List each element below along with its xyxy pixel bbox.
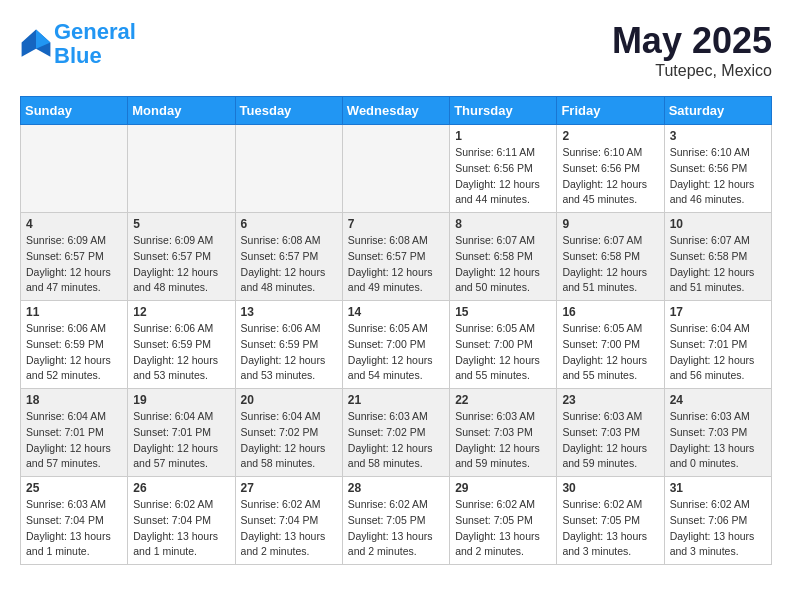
day-number: 7 [348,217,444,231]
day-number: 19 [133,393,229,407]
day-info: Sunrise: 6:08 AM Sunset: 6:57 PM Dayligh… [348,233,444,296]
day-info: Sunrise: 6:02 AM Sunset: 7:05 PM Dayligh… [348,497,444,560]
calendar-cell: 15Sunrise: 6:05 AM Sunset: 7:00 PM Dayli… [450,301,557,389]
day-number: 8 [455,217,551,231]
calendar-cell: 1Sunrise: 6:11 AM Sunset: 6:56 PM Daylig… [450,125,557,213]
day-number: 10 [670,217,766,231]
calendar-cell: 5Sunrise: 6:09 AM Sunset: 6:57 PM Daylig… [128,213,235,301]
logo-line2: Blue [54,43,102,68]
day-info: Sunrise: 6:03 AM Sunset: 7:03 PM Dayligh… [455,409,551,472]
day-info: Sunrise: 6:03 AM Sunset: 7:04 PM Dayligh… [26,497,122,560]
day-number: 5 [133,217,229,231]
day-number: 31 [670,481,766,495]
day-number: 15 [455,305,551,319]
day-number: 9 [562,217,658,231]
calendar-cell: 23Sunrise: 6:03 AM Sunset: 7:03 PM Dayli… [557,389,664,477]
calendar-cell: 27Sunrise: 6:02 AM Sunset: 7:04 PM Dayli… [235,477,342,565]
weekday-header-thursday: Thursday [450,97,557,125]
weekday-header-sunday: Sunday [21,97,128,125]
calendar-cell [128,125,235,213]
calendar-cell: 25Sunrise: 6:03 AM Sunset: 7:04 PM Dayli… [21,477,128,565]
day-info: Sunrise: 6:03 AM Sunset: 7:02 PM Dayligh… [348,409,444,472]
day-info: Sunrise: 6:04 AM Sunset: 7:01 PM Dayligh… [133,409,229,472]
calendar-cell: 9Sunrise: 6:07 AM Sunset: 6:58 PM Daylig… [557,213,664,301]
calendar-cell: 28Sunrise: 6:02 AM Sunset: 7:05 PM Dayli… [342,477,449,565]
logo: General Blue [20,20,136,68]
day-info: Sunrise: 6:04 AM Sunset: 7:02 PM Dayligh… [241,409,337,472]
location: Tutepec, Mexico [612,62,772,80]
day-info: Sunrise: 6:08 AM Sunset: 6:57 PM Dayligh… [241,233,337,296]
day-info: Sunrise: 6:04 AM Sunset: 7:01 PM Dayligh… [26,409,122,472]
day-number: 26 [133,481,229,495]
day-number: 14 [348,305,444,319]
month-title: May 2025 [612,20,772,62]
day-number: 22 [455,393,551,407]
calendar-cell: 26Sunrise: 6:02 AM Sunset: 7:04 PM Dayli… [128,477,235,565]
day-info: Sunrise: 6:02 AM Sunset: 7:06 PM Dayligh… [670,497,766,560]
calendar-cell: 31Sunrise: 6:02 AM Sunset: 7:06 PM Dayli… [664,477,771,565]
day-info: Sunrise: 6:02 AM Sunset: 7:04 PM Dayligh… [133,497,229,560]
day-info: Sunrise: 6:05 AM Sunset: 7:00 PM Dayligh… [562,321,658,384]
calendar-cell: 30Sunrise: 6:02 AM Sunset: 7:05 PM Dayli… [557,477,664,565]
calendar-cell: 14Sunrise: 6:05 AM Sunset: 7:00 PM Dayli… [342,301,449,389]
calendar-table: SundayMondayTuesdayWednesdayThursdayFrid… [20,96,772,565]
day-number: 20 [241,393,337,407]
day-info: Sunrise: 6:05 AM Sunset: 7:00 PM Dayligh… [455,321,551,384]
calendar-cell: 10Sunrise: 6:07 AM Sunset: 6:58 PM Dayli… [664,213,771,301]
weekday-header-monday: Monday [128,97,235,125]
day-info: Sunrise: 6:04 AM Sunset: 7:01 PM Dayligh… [670,321,766,384]
calendar-cell: 13Sunrise: 6:06 AM Sunset: 6:59 PM Dayli… [235,301,342,389]
calendar-cell: 22Sunrise: 6:03 AM Sunset: 7:03 PM Dayli… [450,389,557,477]
day-info: Sunrise: 6:10 AM Sunset: 6:56 PM Dayligh… [562,145,658,208]
calendar-cell: 6Sunrise: 6:08 AM Sunset: 6:57 PM Daylig… [235,213,342,301]
day-number: 23 [562,393,658,407]
day-number: 18 [26,393,122,407]
week-row-3: 11Sunrise: 6:06 AM Sunset: 6:59 PM Dayli… [21,301,772,389]
day-number: 29 [455,481,551,495]
day-number: 25 [26,481,122,495]
day-info: Sunrise: 6:09 AM Sunset: 6:57 PM Dayligh… [133,233,229,296]
day-number: 4 [26,217,122,231]
day-number: 24 [670,393,766,407]
weekday-header-saturday: Saturday [664,97,771,125]
calendar-cell: 18Sunrise: 6:04 AM Sunset: 7:01 PM Dayli… [21,389,128,477]
calendar-cell: 11Sunrise: 6:06 AM Sunset: 6:59 PM Dayli… [21,301,128,389]
day-number: 16 [562,305,658,319]
calendar-cell: 20Sunrise: 6:04 AM Sunset: 7:02 PM Dayli… [235,389,342,477]
day-number: 17 [670,305,766,319]
day-number: 28 [348,481,444,495]
day-info: Sunrise: 6:02 AM Sunset: 7:05 PM Dayligh… [562,497,658,560]
day-info: Sunrise: 6:07 AM Sunset: 6:58 PM Dayligh… [455,233,551,296]
day-info: Sunrise: 6:10 AM Sunset: 6:56 PM Dayligh… [670,145,766,208]
calendar-cell: 17Sunrise: 6:04 AM Sunset: 7:01 PM Dayli… [664,301,771,389]
calendar-cell [21,125,128,213]
day-info: Sunrise: 6:02 AM Sunset: 7:05 PM Dayligh… [455,497,551,560]
day-number: 11 [26,305,122,319]
day-info: Sunrise: 6:03 AM Sunset: 7:03 PM Dayligh… [562,409,658,472]
weekday-header-row: SundayMondayTuesdayWednesdayThursdayFrid… [21,97,772,125]
day-info: Sunrise: 6:05 AM Sunset: 7:00 PM Dayligh… [348,321,444,384]
calendar-cell: 3Sunrise: 6:10 AM Sunset: 6:56 PM Daylig… [664,125,771,213]
logo-icon [20,28,52,60]
day-info: Sunrise: 6:07 AM Sunset: 6:58 PM Dayligh… [562,233,658,296]
calendar-cell [342,125,449,213]
calendar-cell [235,125,342,213]
week-row-5: 25Sunrise: 6:03 AM Sunset: 7:04 PM Dayli… [21,477,772,565]
calendar-cell: 24Sunrise: 6:03 AM Sunset: 7:03 PM Dayli… [664,389,771,477]
day-number: 27 [241,481,337,495]
day-info: Sunrise: 6:03 AM Sunset: 7:03 PM Dayligh… [670,409,766,472]
day-info: Sunrise: 6:07 AM Sunset: 6:58 PM Dayligh… [670,233,766,296]
calendar-cell: 2Sunrise: 6:10 AM Sunset: 6:56 PM Daylig… [557,125,664,213]
calendar-cell: 12Sunrise: 6:06 AM Sunset: 6:59 PM Dayli… [128,301,235,389]
calendar-cell: 19Sunrise: 6:04 AM Sunset: 7:01 PM Dayli… [128,389,235,477]
day-number: 3 [670,129,766,143]
day-number: 21 [348,393,444,407]
weekday-header-friday: Friday [557,97,664,125]
calendar-cell: 16Sunrise: 6:05 AM Sunset: 7:00 PM Dayli… [557,301,664,389]
day-number: 6 [241,217,337,231]
page-header: General Blue May 2025 Tutepec, Mexico [20,20,772,80]
day-info: Sunrise: 6:06 AM Sunset: 6:59 PM Dayligh… [241,321,337,384]
day-number: 13 [241,305,337,319]
logo-line1: General [54,19,136,44]
calendar-cell: 21Sunrise: 6:03 AM Sunset: 7:02 PM Dayli… [342,389,449,477]
